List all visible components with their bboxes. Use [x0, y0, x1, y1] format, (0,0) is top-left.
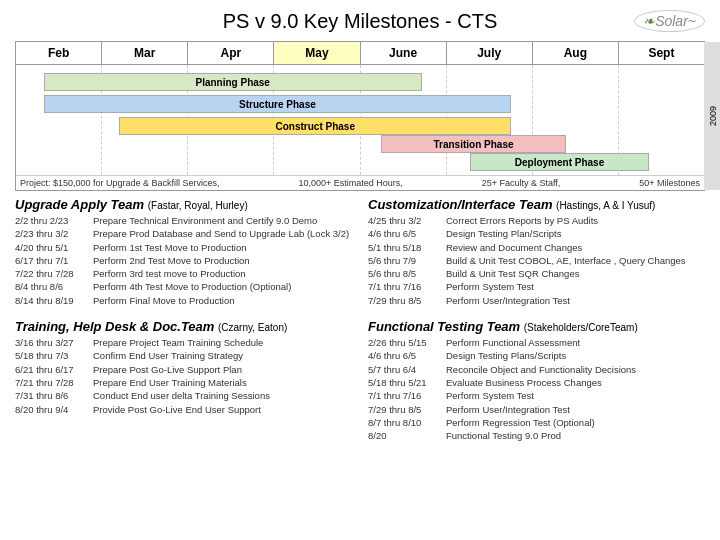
gantt-month-apr: Apr	[188, 42, 274, 64]
task-desc: Conduct End user delta Training Sessions	[93, 389, 270, 402]
team-task: 3/16 thru 3/27Prepare Project Team Train…	[15, 336, 352, 349]
team-task: 2/23 thru 3/2Prepare Prod Database and S…	[15, 227, 352, 240]
task-desc: Perform Final Move to Production	[93, 294, 235, 307]
task-desc: Build & Unit Test SQR Changes	[446, 267, 579, 280]
task-desc: Perform 3rd test move to Production	[93, 267, 246, 280]
team-task: 5/18 thru 5/21Evaluate Business Process …	[368, 376, 705, 389]
task-date: 5/7 thru 6/4	[368, 363, 440, 376]
gantt-month-june: June	[361, 42, 447, 64]
logo: ❧Solar~	[634, 10, 705, 32]
team-task: 5/1 thru 5/18Review and Document Changes	[368, 241, 705, 254]
task-date: 8/20	[368, 429, 440, 442]
team-task: 5/6 thru 7/9Build & Unit Test COBOL, AE,…	[368, 254, 705, 267]
task-desc: Design Testing Plan/Scripts	[446, 227, 561, 240]
task-date: 7/31 thru 8/6	[15, 389, 87, 402]
team-task: 7/1 thru 7/16Perform System Test	[368, 389, 705, 402]
team-title: Training, Help Desk & Doc.Team (Czarny, …	[15, 319, 352, 334]
task-date: 8/4 thru 8/6	[15, 280, 87, 293]
task-desc: Evaluate Business Process Changes	[446, 376, 602, 389]
footer-note: 10,000+ Estimated Hours,	[298, 178, 402, 188]
team-task: 4/6 thru 6/5Design Testing Plans/Scripts	[368, 349, 705, 362]
task-date: 6/21 thru 6/17	[15, 363, 87, 376]
team-task: 4/6 thru 6/5Design Testing Plan/Scripts	[368, 227, 705, 240]
team-task: 8/20 thru 9/4Provide Post Go-Live End Us…	[15, 403, 352, 416]
gantt-header: FebMarAprMayJuneJulyAugSept	[16, 42, 704, 65]
team-task: 7/29 thru 8/5Perform User/Integration Te…	[368, 294, 705, 307]
task-desc: Correct Errors Reports by PS Audits	[446, 214, 598, 227]
team-title: Upgrade Apply Team (Fastar, Royal, Hurle…	[15, 197, 352, 212]
task-date: 4/6 thru 6/5	[368, 349, 440, 362]
task-desc: Review and Document Changes	[446, 241, 582, 254]
team-task: 7/22 thru 7/28Perform 3rd test move to P…	[15, 267, 352, 280]
task-desc: Prepare Post Go-Live Support Plan	[93, 363, 242, 376]
task-desc: Confirm End User Training Strategy	[93, 349, 243, 362]
team-task: 4/25 thru 3/2Correct Errors Reports by P…	[368, 214, 705, 227]
gantt-month-aug: Aug	[533, 42, 619, 64]
team-task: 7/31 thru 8/6Conduct End user delta Trai…	[15, 389, 352, 402]
team-members: (Stakeholders/CoreTeam)	[524, 322, 638, 333]
phase-bar: Deployment Phase	[470, 153, 649, 171]
team-task: 7/21 thru 7/28Prepare End User Training …	[15, 376, 352, 389]
task-date: 5/18 thru 7/3	[15, 349, 87, 362]
task-date: 7/1 thru 7/16	[368, 389, 440, 402]
team-task: 8/7 thru 8/10Perform Regression Test (Op…	[368, 416, 705, 429]
team-task: 8/20Functional Testing 9.0 Prod	[368, 429, 705, 442]
gantt-body: Planning PhaseStructure PhaseConstruct P…	[16, 65, 704, 175]
team-task: 5/7 thru 6/4Reconcile Object and Functio…	[368, 363, 705, 376]
task-desc: Perform 4th Test Move to Production (Opt…	[93, 280, 291, 293]
task-date: 6/17 thru 7/1	[15, 254, 87, 267]
task-desc: Build & Unit Test COBOL, AE, Interface ,…	[446, 254, 686, 267]
task-date: 4/6 thru 6/5	[368, 227, 440, 240]
task-desc: Prepare Technical Environment and Certif…	[93, 214, 317, 227]
task-desc: Perform 1st Test Move to Production	[93, 241, 246, 254]
team-section: Upgrade Apply Team (Fastar, Royal, Hurle…	[15, 197, 352, 307]
task-desc: Perform System Test	[446, 389, 534, 402]
footer-note: 50+ Milestones	[639, 178, 700, 188]
task-date: 2/2 thru 2/23	[15, 214, 87, 227]
header: PS v 9.0 Key Milestones - CTS ❧Solar~	[15, 10, 705, 33]
team-task: 8/4 thru 8/6Perform 4th Test Move to Pro…	[15, 280, 352, 293]
team-section: Customization/Interface Team (Hastings, …	[368, 197, 705, 307]
page-title: PS v 9.0 Key Milestones - CTS	[223, 10, 498, 33]
gantt-month-feb: Feb	[16, 42, 102, 64]
task-date: 7/21 thru 7/28	[15, 376, 87, 389]
task-desc: Perform User/Integration Test	[446, 403, 570, 416]
phase-bar: Structure Phase	[44, 95, 512, 113]
task-date: 4/25 thru 3/2	[368, 214, 440, 227]
team-section: Functional Testing Team (Stakeholders/Co…	[368, 319, 705, 442]
year-label: 2009	[704, 42, 720, 190]
task-desc: Perform Functional Assessment	[446, 336, 580, 349]
task-desc: Prepare End User Training Materials	[93, 376, 247, 389]
task-desc: Perform 2nd Test Move to Production	[93, 254, 250, 267]
task-date: 7/29 thru 8/5	[368, 403, 440, 416]
task-date: 4/20 thru 5/1	[15, 241, 87, 254]
task-desc: Prepare Prod Database and Send to Upgrad…	[93, 227, 349, 240]
team-task: 5/18 thru 7/3Confirm End User Training S…	[15, 349, 352, 362]
task-desc: Design Testing Plans/Scripts	[446, 349, 566, 362]
gantt-month-mar: Mar	[102, 42, 188, 64]
task-date: 3/16 thru 3/27	[15, 336, 87, 349]
team-title: Customization/Interface Team (Hastings, …	[368, 197, 705, 212]
team-task: 6/17 thru 7/1Perform 2nd Test Move to Pr…	[15, 254, 352, 267]
task-date: 2/26 thru 5/15	[368, 336, 440, 349]
phase-bar: Construct Phase	[119, 117, 511, 135]
task-desc: Prepare Project Team Training Schedule	[93, 336, 263, 349]
gantt-month-july: July	[447, 42, 533, 64]
phase-bar: Transition Phase	[381, 135, 567, 153]
task-date: 8/20 thru 9/4	[15, 403, 87, 416]
team-members: (Fastar, Royal, Hurley)	[148, 200, 248, 211]
task-desc: Perform User/Integration Test	[446, 294, 570, 307]
task-date: 5/18 thru 5/21	[368, 376, 440, 389]
team-task: 4/20 thru 5/1Perform 1st Test Move to Pr…	[15, 241, 352, 254]
task-desc: Perform Regression Test (Optional)	[446, 416, 595, 429]
task-date: 5/6 thru 7/9	[368, 254, 440, 267]
footer-note: 25+ Faculty & Staff,	[482, 178, 561, 188]
team-members: (Hastings, A & I Yusuf)	[556, 200, 655, 211]
team-task: 7/1 thru 7/16Perform System Test	[368, 280, 705, 293]
logo-leaf: ❧	[643, 13, 655, 29]
team-task: 6/21 thru 6/17Prepare Post Go-Live Suppo…	[15, 363, 352, 376]
team-task: 2/26 thru 5/15Perform Functional Assessm…	[368, 336, 705, 349]
teams-grid: Upgrade Apply Team (Fastar, Royal, Hurle…	[15, 197, 705, 450]
team-section: Training, Help Desk & Doc.Team (Czarny, …	[15, 319, 352, 442]
task-desc: Perform System Test	[446, 280, 534, 293]
